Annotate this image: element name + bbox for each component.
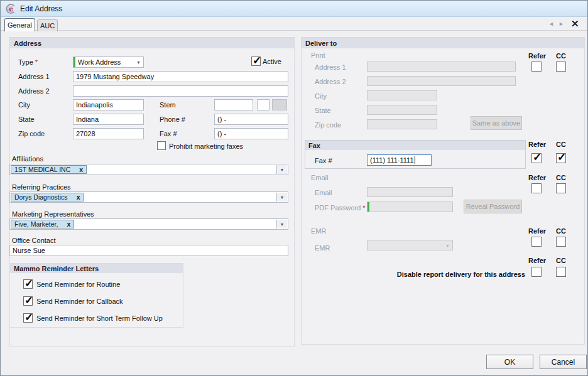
active-checkbox[interactable] — [251, 56, 261, 66]
marketing-representative-tag[interactable]: Five, Marketer, x — [11, 220, 74, 228]
address1-label: Address 1 — [18, 73, 50, 80]
window-title: Edit Address — [20, 4, 62, 13]
state-label: State — [18, 115, 35, 123]
print-zip-label: Zip code — [315, 121, 341, 129]
email-label: Email — [315, 189, 332, 196]
close-icon[interactable]: ✕ — [571, 19, 579, 28]
type-dropdown[interactable]: Work Address ▼ — [73, 56, 144, 68]
disable-cc-header: CC — [553, 257, 569, 264]
affiliation-tag[interactable]: 1ST MEDICAL INC x — [11, 165, 87, 174]
mammo-reminder-header: Mammo Reminder Letters — [10, 264, 183, 273]
marketing-representative-tag-label: Five, Marketer, — [14, 220, 58, 228]
affiliations-dropdown-icon[interactable]: ▼ — [276, 165, 287, 174]
print-state-label: State — [315, 107, 331, 114]
fax-refer-header: Refer — [528, 141, 546, 148]
send-reminder-routine-label: Send Reminder for Routine — [36, 281, 120, 288]
marketing-representative-tag-remove-icon[interactable]: x — [67, 220, 70, 228]
pdf-password-input — [367, 201, 453, 212]
stem-suffix-input[interactable] — [257, 99, 270, 110]
print-zip-input — [367, 119, 437, 129]
stem-input[interactable] — [214, 99, 253, 110]
ok-button[interactable]: OK — [486, 355, 533, 369]
address-group-header: Address — [10, 38, 294, 48]
disable-report-delivery-label: Disable report delivery for this address — [368, 271, 525, 278]
fax-input[interactable]: () - — [214, 128, 288, 139]
print-cc-checkbox[interactable] — [556, 62, 566, 72]
zip-value: 27028 — [76, 130, 95, 137]
affiliation-tag-label: 1ST MEDICAL INC — [14, 166, 70, 173]
emr-section-label: EMR — [311, 227, 326, 235]
send-reminder-callback-checkbox[interactable] — [23, 296, 33, 306]
email-section-label: Email — [311, 174, 329, 181]
prohibit-marketing-faxes-checkbox[interactable] — [157, 141, 166, 150]
address2-label: Address 2 — [18, 87, 50, 95]
emr-refer-checkbox[interactable] — [531, 237, 542, 247]
print-city-label: City — [315, 92, 327, 100]
reveal-password-button: Reveal Password — [464, 200, 522, 213]
referring-practices-dropdown-icon[interactable]: ▼ — [276, 193, 287, 201]
city-input[interactable]: Indianapolis — [73, 99, 144, 110]
emr-cc-header: CC — [553, 227, 569, 235]
referring-practice-tag[interactable]: Dorys Diagnostics x — [11, 193, 84, 201]
pdf-password-required-mark: * — [362, 204, 365, 212]
affiliations-multiselect[interactable]: 1ST MEDICAL INC x ▼ — [9, 164, 288, 175]
marketing-representatives-label: Marketing Representatives — [12, 210, 94, 218]
type-value: Work Address — [78, 58, 121, 66]
cancel-button[interactable]: Cancel — [540, 355, 587, 369]
email-input — [367, 187, 453, 197]
zip-input[interactable]: 27028 — [73, 128, 144, 139]
deliver-fax-input[interactable]: (111) 111-1111 — [367, 154, 432, 166]
fax-refer-checkbox[interactable] — [531, 153, 542, 163]
affiliation-tag-remove-icon[interactable]: x — [79, 166, 83, 173]
fax-label: Fax # — [160, 130, 177, 137]
marketing-representatives-dropdown-icon[interactable]: ▼ — [276, 220, 287, 228]
phone-value: () - — [217, 115, 226, 123]
pdf-password-label: PDF Password* — [315, 204, 366, 212]
tab-general[interactable]: General — [4, 18, 35, 31]
app-logo-icon: e — [6, 4, 16, 14]
print-address2-label: Address 2 — [315, 78, 346, 85]
email-cc-header: CC — [553, 174, 569, 181]
tab-scroll-right-icon[interactable]: ► — [558, 21, 564, 27]
email-refer-checkbox[interactable] — [531, 183, 542, 193]
print-address1-input — [367, 62, 516, 72]
city-value: Indianapolis — [76, 101, 113, 109]
send-reminder-routine-checkbox[interactable] — [23, 279, 33, 289]
address2-input[interactable] — [73, 85, 288, 97]
referring-practices-label: Referring Practices — [12, 183, 71, 191]
send-reminder-shortterm-label: Send Reminder for Short Term Follow Up — [36, 314, 163, 322]
tab-auc[interactable]: AUC — [37, 19, 58, 31]
referring-practices-multiselect[interactable]: Dorys Diagnostics x ▼ — [9, 191, 288, 203]
tab-auc-label: AUC — [40, 22, 55, 30]
disable-refer-checkbox[interactable] — [531, 267, 542, 277]
referring-practice-tag-remove-icon[interactable]: x — [77, 193, 80, 201]
deliver-fax-value: (111) 111-1111 — [370, 156, 414, 164]
address1-input[interactable]: 1979 Mustang Speedway — [73, 71, 288, 82]
fax-section-header: Fax — [305, 141, 525, 150]
emr-cc-checkbox[interactable] — [556, 237, 566, 247]
fax-cc-checkbox[interactable] — [556, 153, 566, 163]
type-required-mark: * — [35, 58, 38, 66]
same-as-above-button: Same as above — [471, 116, 522, 130]
tab-scroll-left-icon[interactable]: ◄ — [548, 21, 554, 27]
phone-input[interactable]: () - — [214, 114, 288, 125]
referring-practice-tag-label: Dorys Diagnostics — [14, 193, 68, 201]
title-bar: e Edit Address — [1, 1, 587, 17]
email-refer-header: Refer — [528, 174, 546, 181]
active-label: Active — [263, 58, 281, 65]
office-contact-input[interactable]: Nurse Sue — [9, 245, 288, 256]
print-refer-header: Refer — [528, 52, 546, 60]
disable-refer-header: Refer — [528, 257, 546, 264]
fax-cc-header: CC — [553, 141, 569, 148]
marketing-representatives-multiselect[interactable]: Five, Marketer, x ▼ — [9, 218, 288, 230]
print-state-input — [367, 105, 437, 115]
disable-cc-checkbox[interactable] — [556, 267, 566, 277]
send-reminder-shortterm-checkbox[interactable] — [23, 313, 33, 323]
tab-general-label: General — [8, 21, 32, 29]
state-input[interactable]: Indiana — [73, 114, 144, 125]
email-cc-checkbox[interactable] — [556, 183, 566, 193]
office-contact-label: Office Contact — [12, 237, 56, 244]
zip-label: Zip code — [18, 130, 45, 137]
stem-lookup-button[interactable] — [272, 99, 287, 110]
print-refer-checkbox[interactable] — [531, 62, 542, 72]
